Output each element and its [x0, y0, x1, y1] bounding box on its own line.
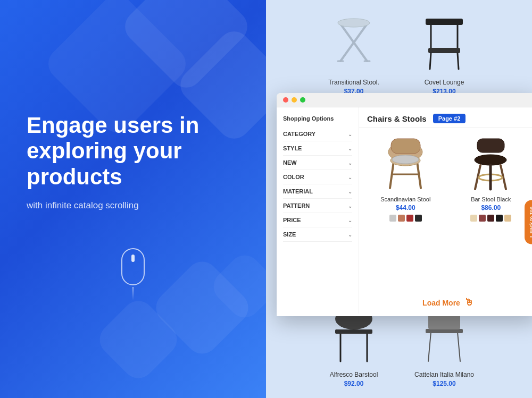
- svg-rect-17: [426, 329, 463, 333]
- filter-style[interactable]: STYLE ⌄: [283, 141, 352, 156]
- swatch-darkred[interactable]: [479, 215, 486, 222]
- filter-pattern[interactable]: PATTERN ⌄: [283, 199, 352, 213]
- filter-material[interactable]: MATERIAL ⌄: [283, 184, 352, 199]
- mouse-scroll-animation: [27, 248, 239, 285]
- catalog-header: Chairs & Stools Page #2: [359, 107, 532, 128]
- bg-product-transitional-stool: Transitional Stool. $37.00: [317, 11, 391, 95]
- bg-product-covet-lounge: Covet Lounge $213.00: [407, 11, 481, 95]
- browser-toolbar: [277, 93, 532, 107]
- price-chevron-icon: ⌄: [348, 217, 352, 223]
- filter-pattern-label: PATTERN: [283, 202, 310, 209]
- product-card-bar-stool[interactable]: Bar Stool Black $86.00: [451, 134, 531, 222]
- swatch-black[interactable]: [415, 215, 422, 222]
- back-to-top-button[interactable]: › Back to Top: [525, 200, 532, 244]
- alfresco-price: $92.00: [317, 380, 391, 387]
- alfresco-name: Alfresco Barstool: [317, 371, 391, 378]
- new-chevron-icon: ⌄: [348, 160, 352, 166]
- filter-size-label: SIZE: [283, 231, 296, 238]
- catalog-sidebar: Shopping Options CATEGORY ⌄ STYLE ⌄ NEW …: [277, 107, 359, 314]
- right-section: Transitional Stool. $37.00 Covet: [266, 0, 532, 398]
- svg-line-10: [458, 53, 459, 69]
- filter-price[interactable]: PRICE ⌄: [283, 213, 352, 227]
- transitional-stool-name: Transitional Stool.: [317, 79, 391, 86]
- size-chevron-icon: ⌄: [348, 232, 352, 238]
- product-card-scandinavian[interactable]: Scandinavian Stool $44.00: [365, 134, 446, 222]
- svg-rect-5: [426, 19, 463, 25]
- svg-line-15: [428, 332, 431, 361]
- products-grid: Scandinavian Stool $44.00: [359, 128, 532, 228]
- swatch-red[interactable]: [406, 215, 413, 222]
- bar-stool-image: [451, 134, 531, 193]
- color-chevron-icon: ⌄: [348, 174, 352, 180]
- back-to-top-label: Back to Top: [529, 207, 532, 234]
- main-container: Engage users in exploring your products …: [0, 0, 532, 398]
- hero-subtitle: with infinite catalog scrolling: [27, 200, 239, 211]
- browser-window: Shopping Options CATEGORY ⌄ STYLE ⌄ NEW …: [277, 93, 532, 316]
- svg-rect-20: [391, 139, 420, 154]
- mouse-scroll-dot: [131, 255, 135, 262]
- filter-new[interactable]: NEW ⌄: [283, 156, 352, 170]
- transitional-stool-image: [322, 11, 386, 74]
- load-more-label: Load More: [422, 299, 460, 307]
- pattern-chevron-icon: ⌄: [348, 203, 352, 209]
- svg-rect-8: [428, 48, 460, 53]
- page-badge: Page #2: [433, 114, 466, 123]
- svg-point-25: [392, 155, 419, 164]
- scandinavian-stool-swatches: [365, 215, 446, 222]
- scandinavian-stool-price: $44.00: [365, 204, 446, 211]
- swatch-brown[interactable]: [398, 215, 405, 222]
- category-chevron-icon: ⌄: [348, 131, 352, 137]
- filter-color-label: COLOR: [283, 174, 304, 180]
- svg-point-27: [475, 155, 506, 165]
- filter-size[interactable]: SIZE ⌄: [283, 227, 352, 242]
- swatch-beige[interactable]: [470, 215, 477, 222]
- catalog-title: Chairs & Stools: [367, 114, 427, 123]
- swatch-tan[interactable]: [504, 215, 511, 222]
- swatch-gray[interactable]: [389, 215, 396, 222]
- style-chevron-icon: ⌄: [348, 146, 352, 151]
- browser-dot-yellow: [292, 97, 297, 103]
- left-section: Engage users in exploring your products …: [0, 0, 266, 398]
- cursor-icon: 🖰: [464, 297, 474, 308]
- swatch-darkblack[interactable]: [496, 215, 503, 222]
- svg-line-16: [458, 332, 460, 361]
- browser-dot-green: [300, 97, 305, 103]
- filter-color[interactable]: COLOR ⌄: [283, 170, 352, 184]
- scandinavian-stool-image: [365, 134, 446, 193]
- scandinavian-stool-name: Scandinavian Stool: [365, 196, 446, 202]
- svg-line-9: [430, 53, 431, 69]
- bg-products-top: Transitional Stool. $37.00 Covet: [266, 11, 532, 95]
- bar-stool-swatches: [451, 215, 531, 222]
- filter-material-label: MATERIAL: [283, 188, 313, 194]
- filter-category[interactable]: CATEGORY ⌄: [283, 127, 352, 141]
- bar-stool-name: Bar Stool Black: [451, 196, 531, 202]
- swatch-maroon[interactable]: [487, 215, 494, 222]
- catalog-main: Chairs & Stools Page #2: [359, 107, 532, 314]
- material-chevron-icon: ⌄: [348, 189, 352, 194]
- cattelan-price: $125.00: [407, 380, 481, 387]
- covet-lounge-name: Covet Lounge: [407, 79, 481, 86]
- svg-point-2: [338, 19, 370, 27]
- mouse-icon: [121, 248, 145, 285]
- filter-new-label: NEW: [283, 159, 297, 166]
- hero-title: Engage users in exploring your products: [27, 113, 239, 190]
- load-more-button[interactable]: Load More 🖰: [422, 297, 474, 308]
- back-to-top-container: › Back to Top: [525, 200, 532, 244]
- browser-dot-red: [283, 97, 288, 103]
- browser-body: Shopping Options CATEGORY ⌄ STYLE ⌄ NEW …: [277, 107, 532, 314]
- shopping-options-title: Shopping Options: [283, 115, 352, 122]
- svg-rect-26: [477, 139, 504, 153]
- covet-lounge-image: [412, 11, 476, 74]
- cattelan-name: Cattelan Italia Milano: [407, 371, 481, 378]
- bar-stool-price: $86.00: [451, 204, 531, 211]
- filter-category-label: CATEGORY: [283, 131, 315, 137]
- mouse-scroll-line: [132, 287, 134, 300]
- filter-price-label: PRICE: [283, 217, 301, 223]
- load-more-section: Load More 🖰: [359, 292, 532, 314]
- svg-rect-13: [335, 329, 372, 334]
- filter-style-label: STYLE: [283, 145, 302, 151]
